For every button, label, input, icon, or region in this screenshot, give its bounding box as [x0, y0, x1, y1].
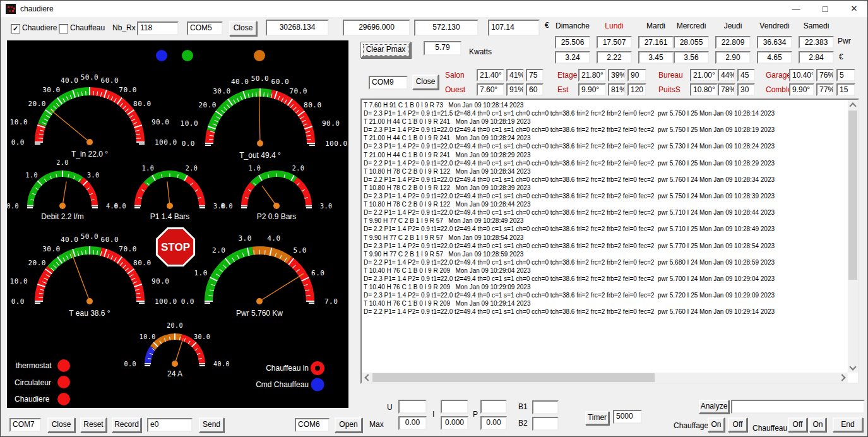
room-val-field[interactable]: 5 [836, 69, 855, 81]
u-field[interactable] [398, 400, 427, 414]
day-eur-field[interactable]: 2.84 [799, 51, 834, 64]
counter4-field[interactable]: 107.14 [488, 20, 540, 36]
u-max-field[interactable]: 0.00 [398, 416, 427, 430]
chauffeau-off-button[interactable]: Off [788, 417, 807, 432]
chauffeau-checkbox[interactable] [59, 24, 68, 33]
scroll-right-icon[interactable] [838, 373, 848, 383]
log-line: T 10.80 H 78 C 2 B 0 I 9 R 122 Mon Jan 0… [364, 200, 838, 208]
i-max-field[interactable]: 0.000 [441, 416, 468, 430]
nb-rx-field[interactable]: 118 [137, 21, 179, 35]
b1-field[interactable] [532, 400, 559, 414]
day-eur-field[interactable]: 3.24 [555, 51, 590, 64]
analyze-field[interactable] [731, 400, 865, 414]
horizontal-scrollbar[interactable] [362, 373, 848, 383]
room-hum-field[interactable]: 78% [718, 83, 735, 96]
close-icon[interactable]: ✕ [840, 1, 868, 17]
room-hum-field[interactable]: 91% [506, 83, 524, 96]
chauffage-off-button[interactable]: Off [728, 417, 747, 432]
day-pwr-field[interactable]: 27.161 [638, 36, 674, 49]
room-hum-field[interactable]: 77% [816, 83, 834, 96]
svg-text:3.0: 3.0 [238, 234, 251, 242]
p-max-field[interactable]: 0.00 [480, 416, 507, 430]
chauffage-on-button[interactable]: On [708, 417, 725, 432]
com7-close-button[interactable]: Close [47, 417, 75, 433]
com7-field[interactable]: COM7 [9, 418, 41, 432]
com5-field[interactable]: COM5 [187, 21, 223, 35]
svg-text:1.0: 1.0 [194, 269, 208, 277]
com6-field[interactable]: COM6 [295, 418, 330, 432]
send-command-field[interactable]: e0 [147, 418, 193, 432]
room-hum-field[interactable]: 76% [816, 69, 834, 81]
day-pwr-field[interactable]: 28.055 [674, 36, 709, 49]
day-pwr-field[interactable]: 36.634 [757, 36, 792, 49]
day-eur-field[interactable]: 3.56 [674, 51, 709, 64]
horizontal-scroll-thumb[interactable] [372, 373, 655, 382]
record-button[interactable]: Record [112, 417, 141, 433]
timer-button[interactable]: Timer [585, 411, 609, 425]
room-temp-field[interactable]: 9.90° [578, 83, 606, 96]
room-label-ouest: Ouest [445, 85, 465, 94]
day-pwr-field[interactable]: 22.383 [799, 36, 834, 49]
timer-value-field[interactable]: 5000 [613, 410, 642, 424]
room-hum-field[interactable]: 39% [608, 69, 626, 81]
day-pwr-field[interactable]: 17.507 [597, 36, 632, 49]
day-pwr-field[interactable]: 25.506 [555, 36, 590, 49]
room-temp-field[interactable]: 10.80° [690, 83, 718, 96]
vertical-scrollbar[interactable] [848, 100, 858, 373]
room-val-field[interactable]: 75 [526, 69, 544, 81]
analyze-button[interactable]: Analyze [699, 400, 729, 414]
day-eur-field[interactable]: 2.90 [715, 51, 751, 64]
reset-button[interactable]: Reset [80, 417, 107, 433]
room-temp-field[interactable]: 21.80° [578, 69, 606, 81]
counter1-field[interactable]: 30268.134 [266, 20, 329, 36]
scroll-up-icon[interactable] [848, 100, 858, 110]
room-hum-field[interactable]: 81% [608, 83, 626, 96]
room-temp-field[interactable]: 9.90° [789, 83, 814, 96]
app-window: chaudiere — □ ✕ ✓ Chaudiere Chauffeau Nb… [0, 0, 868, 437]
svg-text:2.0: 2.0 [292, 165, 305, 172]
pmax-value-field[interactable]: 5.79 [424, 41, 461, 56]
scroll-down-icon[interactable] [848, 362, 858, 373]
room-temp-field[interactable]: 21.40° [477, 69, 504, 81]
room-val-field[interactable]: 60 [526, 83, 544, 96]
end-button[interactable]: End [833, 417, 863, 432]
com9-close-button[interactable]: Close [412, 75, 439, 90]
vertical-scroll-thumb[interactable] [848, 111, 857, 280]
chauffeau-on-button[interactable]: On [809, 417, 826, 432]
b2-field[interactable] [532, 417, 559, 431]
room-temp-field[interactable]: 10.40° [789, 69, 814, 81]
day-eur-field[interactable]: 3.45 [638, 51, 674, 64]
maximize-icon[interactable]: □ [811, 1, 840, 17]
room-hum-field[interactable]: 41% [506, 69, 524, 81]
room-val-field[interactable]: 15 [836, 83, 855, 96]
room-temp-field[interactable]: 7.60° [477, 83, 504, 96]
day-eur-field[interactable]: 2.22 [597, 51, 632, 64]
room-hum-field[interactable]: 44% [718, 69, 735, 81]
log-panel[interactable]: T 7.60 H 91 C 1 B 0 I 9 R 73 Mon Jan 09 … [360, 99, 859, 384]
day-eur-field[interactable]: 4.65 [757, 51, 792, 64]
scroll-left-icon[interactable] [362, 373, 372, 383]
clear-pmax-button[interactable]: Clear Pmax [361, 42, 410, 57]
room-val-field[interactable]: 90 [627, 69, 646, 81]
day-header-vendredi: Vendredi [757, 21, 792, 30]
com9-field[interactable]: COM9 [369, 76, 408, 90]
log-line: D= 2.3 P1= 1.4 P2= 0.9 t1=21.5 t2=48.4 t… [364, 109, 838, 117]
room-temp-field[interactable]: 21.00° [690, 69, 718, 81]
com6-open-button[interactable]: Open [335, 417, 362, 433]
counter3-field[interactable]: 572.130 [414, 20, 479, 36]
day-pwr-field[interactable]: 22.809 [715, 36, 751, 49]
log-text[interactable]: T 7.60 H 91 C 1 B 0 I 9 R 73 Mon Jan 09 … [364, 101, 838, 372]
room-val-field[interactable]: 30 [737, 83, 755, 96]
counter2-field[interactable]: 29696.000 [343, 20, 410, 36]
room-val-field[interactable]: 120 [627, 83, 646, 96]
title-bar[interactable]: chaudiere — □ ✕ [1, 1, 867, 17]
svg-text:10.0: 10.0 [181, 119, 199, 128]
com5-close-button[interactable]: Close [229, 21, 257, 36]
minimize-icon[interactable]: — [782, 1, 811, 17]
room-val-field[interactable]: 45 [737, 69, 755, 81]
send-button[interactable]: Send [199, 417, 224, 433]
chaudiere-checkbox[interactable]: ✓ [11, 24, 20, 33]
i-field[interactable] [441, 400, 468, 414]
svg-text:1.0: 1.0 [142, 165, 155, 172]
p-field[interactable] [480, 400, 507, 414]
